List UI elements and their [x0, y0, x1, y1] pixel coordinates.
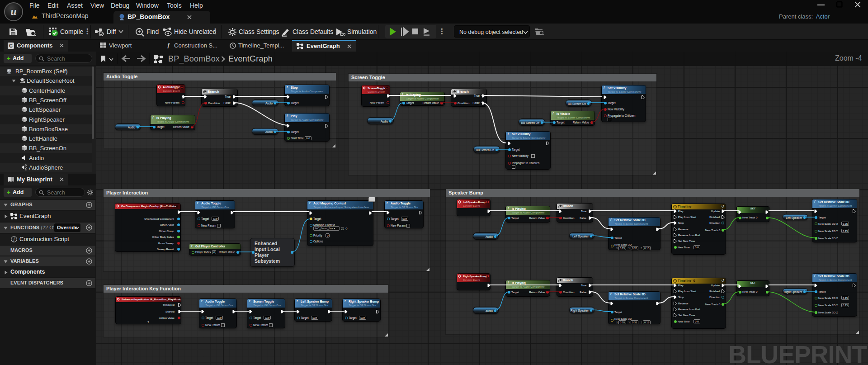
- svg-text:f: f: [14, 237, 15, 242]
- svg-text:C: C: [9, 43, 13, 48]
- svg-text:u: u: [10, 5, 16, 17]
